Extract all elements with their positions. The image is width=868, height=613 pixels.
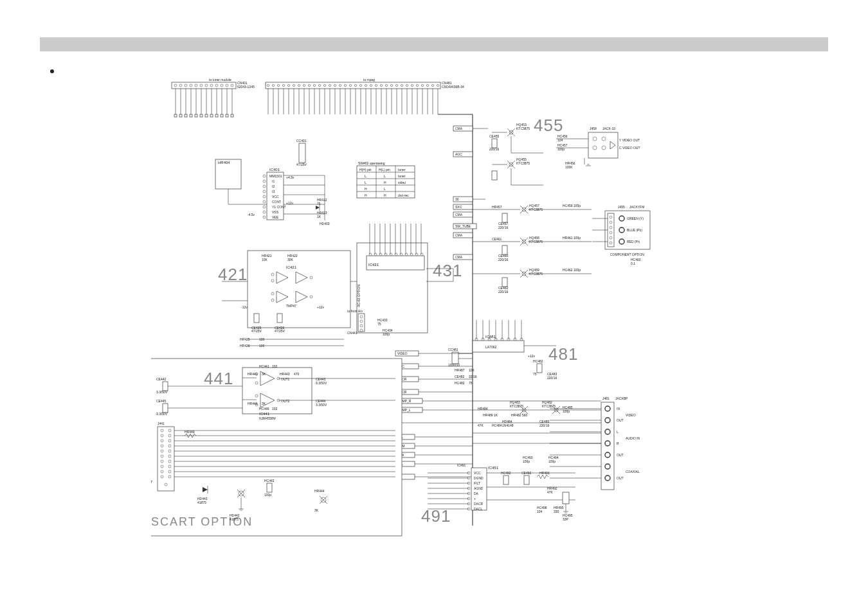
svg-text:HR461 100p: HR461 100p bbox=[563, 236, 581, 240]
svg-point-17 bbox=[272, 84, 274, 86]
svg-text:100p: 100p bbox=[563, 409, 570, 413]
svg-text:52043-1345: 52043-1345 bbox=[237, 85, 255, 89]
svg-point-30 bbox=[339, 84, 341, 86]
svg-point-48 bbox=[431, 84, 433, 86]
svg-rect-56 bbox=[195, 114, 197, 117]
svg-rect-53 bbox=[179, 114, 182, 117]
svg-text:dvd-rec: dvd-rec bbox=[398, 193, 409, 197]
svg-text:LA7062: LA7062 bbox=[485, 345, 496, 349]
svg-rect-466 bbox=[563, 492, 569, 504]
svg-text:H: H bbox=[365, 193, 367, 197]
svg-text:FILT: FILT bbox=[474, 481, 480, 485]
header-bar bbox=[40, 37, 828, 51]
svg-text:C VIDEO OUT: C VIDEO OUT bbox=[619, 146, 640, 150]
svg-point-174 bbox=[360, 329, 363, 332]
svg-point-27 bbox=[323, 84, 325, 86]
svg-point-8 bbox=[210, 84, 213, 87]
svg-marker-97 bbox=[316, 206, 320, 209]
svg-text:HC459 100p: HC459 100p bbox=[563, 204, 581, 208]
svg-point-23 bbox=[303, 84, 305, 86]
svg-point-156 bbox=[374, 253, 377, 256]
svg-point-273 bbox=[610, 226, 612, 229]
svg-text:AUDIO IN: AUDIO IN bbox=[626, 436, 640, 440]
svg-text:J481: J481 bbox=[602, 396, 610, 400]
svg-text:IC451: IC451 bbox=[488, 466, 499, 470]
svg-text:AGND: AGND bbox=[474, 486, 484, 490]
svg-text:HR487: HR487 bbox=[455, 368, 465, 372]
svg-text:47K: 47K bbox=[547, 490, 554, 494]
svg-point-24 bbox=[308, 84, 310, 86]
block-401: 401 HR404 IC401 MM1501 I1 I2 I3 VCC CONT… bbox=[151, 139, 415, 226]
svg-point-339 bbox=[161, 465, 163, 468]
svg-point-332 bbox=[168, 445, 171, 447]
svg-rect-62 bbox=[226, 114, 228, 117]
connector-cn481: CN481 CNDAW36B-34 bbox=[266, 81, 464, 89]
svg-text:SXC: SXC bbox=[455, 205, 462, 209]
svg-text:L: L bbox=[617, 430, 619, 434]
svg-rect-384 bbox=[452, 352, 458, 364]
svg-point-164 bbox=[415, 253, 418, 256]
svg-point-9 bbox=[215, 84, 218, 87]
svg-point-329 bbox=[161, 440, 163, 442]
svg-point-271 bbox=[610, 216, 612, 218]
svg-text:HR443: HR443 bbox=[280, 372, 290, 376]
svg-rect-90 bbox=[299, 143, 305, 163]
svg-point-26 bbox=[318, 84, 320, 86]
svg-point-29 bbox=[334, 84, 336, 86]
svg-rect-258 bbox=[502, 245, 507, 254]
svg-text:HD403: HD403 bbox=[320, 222, 330, 226]
svg-point-37 bbox=[375, 84, 377, 86]
svg-text:IC491: IC491 bbox=[457, 463, 466, 467]
svg-point-326 bbox=[168, 429, 171, 432]
svg-text:421: 421 bbox=[218, 265, 248, 284]
svg-point-18 bbox=[277, 84, 279, 86]
svg-text:HC484: HC484 bbox=[492, 423, 502, 427]
svg-text:HQ453: HQ453 bbox=[516, 123, 527, 127]
svg-point-41 bbox=[395, 84, 397, 86]
svg-rect-122 bbox=[248, 251, 350, 328]
svg-text:CE482: CE482 bbox=[455, 375, 465, 378]
svg-text:HC462 100p: HC462 100p bbox=[563, 268, 581, 272]
svg-text:HR493: HR493 bbox=[539, 471, 550, 475]
svg-text:CE461: CE461 bbox=[492, 237, 502, 241]
svg-text:0.1: 0.1 bbox=[631, 262, 635, 265]
svg-text:AGC: AGC bbox=[455, 152, 462, 156]
svg-text:100p: 100p bbox=[264, 493, 271, 497]
svg-text:3.3/50V: 3.3/50V bbox=[156, 412, 168, 416]
svg-text:75: 75 bbox=[469, 381, 473, 385]
svg-text:IC401: IC401 bbox=[269, 168, 280, 172]
svg-rect-257 bbox=[502, 213, 507, 222]
svg-rect-259 bbox=[502, 278, 507, 287]
svg-point-73 bbox=[263, 200, 266, 203]
svg-text:75: 75 bbox=[377, 322, 381, 326]
svg-text:3K: 3K bbox=[262, 372, 266, 376]
svg-text:RED (Pr): RED (Pr) bbox=[627, 240, 640, 244]
svg-point-7 bbox=[205, 84, 208, 87]
svg-point-157 bbox=[379, 253, 382, 256]
svg-point-43 bbox=[406, 84, 408, 86]
svg-text:30: 30 bbox=[455, 197, 459, 201]
svg-point-10 bbox=[221, 84, 223, 87]
svg-rect-315 bbox=[163, 404, 168, 413]
svg-text:41875: 41875 bbox=[230, 517, 239, 521]
svg-text:VCC: VCC bbox=[474, 471, 481, 475]
svg-text:3K: 3K bbox=[262, 402, 266, 405]
svg-point-336 bbox=[168, 455, 171, 458]
svg-point-132 bbox=[310, 276, 312, 279]
svg-text:HC482: HC482 bbox=[533, 359, 543, 363]
svg-point-342 bbox=[168, 470, 171, 473]
svg-point-333 bbox=[161, 450, 163, 452]
svg-text:41875: 41875 bbox=[197, 501, 206, 504]
svg-point-158 bbox=[384, 253, 387, 256]
svg-point-74 bbox=[263, 206, 266, 208]
svg-point-1 bbox=[174, 84, 177, 87]
svg-text:10K: 10K bbox=[469, 368, 475, 372]
svg-text:330: 330 bbox=[554, 510, 559, 513]
svg-rect-57 bbox=[200, 114, 203, 117]
svg-text:1000/10: 1000/10 bbox=[448, 363, 460, 367]
svg-text:491: 491 bbox=[421, 506, 451, 526]
svg-point-69 bbox=[263, 180, 266, 182]
svg-point-34 bbox=[359, 84, 361, 86]
svg-point-231 bbox=[593, 137, 597, 141]
svg-text:DACL: DACL bbox=[474, 507, 483, 511]
